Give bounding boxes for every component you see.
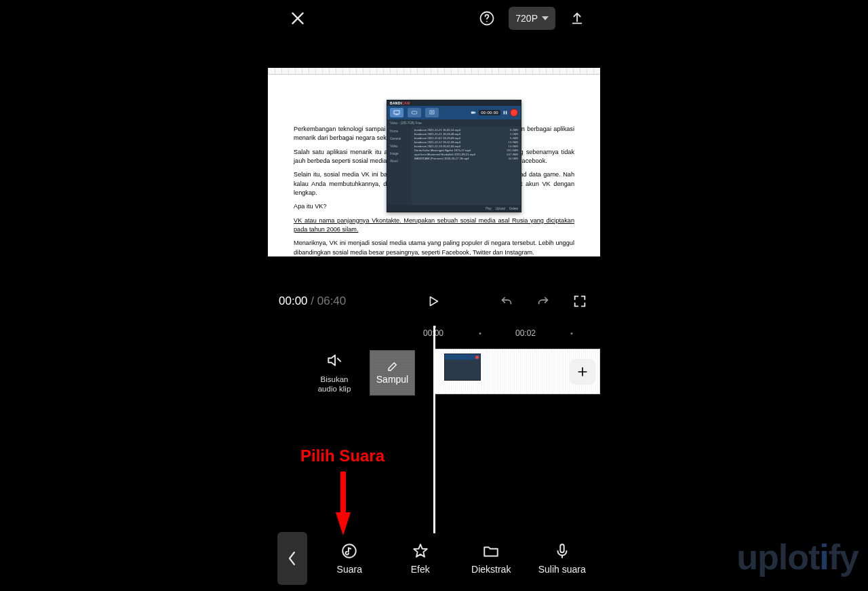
watermark: uplotify <box>736 537 859 577</box>
speaker-icon <box>326 351 343 369</box>
tool-label: Suara <box>337 564 362 575</box>
svg-point-10 <box>431 112 433 113</box>
mic-icon <box>553 542 571 560</box>
tool-label: Sulih suara <box>538 564 586 575</box>
annotation-text: Pilih Suara <box>300 446 384 465</box>
chevron-down-icon <box>542 16 549 20</box>
bandicam-camera-icon <box>471 110 476 116</box>
playhead[interactable] <box>433 326 435 533</box>
svg-rect-13 <box>504 111 505 114</box>
mute-label-line2: audio klip <box>318 385 351 393</box>
chevron-left-icon <box>287 550 298 567</box>
clip-thumbnail <box>444 354 481 381</box>
video-clip[interactable] <box>434 349 600 394</box>
svg-marker-16 <box>328 355 335 365</box>
add-clip-button[interactable] <box>570 359 595 385</box>
folder-icon <box>482 542 500 560</box>
export-icon[interactable] <box>568 9 587 28</box>
time-current: 00:00 <box>279 294 308 307</box>
bandicam-titlebar: BANDICAM <box>387 100 521 106</box>
svg-point-3 <box>486 21 488 22</box>
tool-label: Efek <box>411 564 430 575</box>
svg-marker-15 <box>430 297 437 306</box>
top-bar: 720P <box>268 0 600 37</box>
bandicam-record-button-icon <box>510 109 518 117</box>
resolution-selector[interactable]: 720P <box>509 7 555 30</box>
help-icon[interactable] <box>477 9 496 28</box>
bandicam-tab-device-icon <box>425 108 439 117</box>
bandicam-tab-game-icon <box>408 108 421 117</box>
bandicam-tab-screen-icon <box>390 108 403 117</box>
timeline-tick: 00:02 <box>515 328 536 338</box>
bandicam-toolbar: 00:00:00 <box>387 106 521 119</box>
svg-rect-8 <box>412 111 417 114</box>
tool-label: Diekstrak <box>471 564 511 575</box>
tool-efek[interactable]: Efek <box>388 542 453 575</box>
timeline[interactable]: 00:00 00:02 Bisukan audio klip <box>268 326 600 533</box>
music-note-icon <box>340 542 358 560</box>
tool-suara[interactable]: Suara <box>317 542 382 575</box>
bandicam-footer: Play Upload Delete <box>387 205 521 212</box>
svg-rect-11 <box>471 111 475 113</box>
svg-point-23 <box>343 544 357 558</box>
document-ruler <box>268 68 600 75</box>
bandicam-sidebar: Home General Video Image About <box>387 126 412 205</box>
timeline-tick-dot <box>479 332 481 335</box>
svg-marker-12 <box>475 111 476 113</box>
mute-audio-button[interactable]: Bisukan audio klip <box>307 351 361 394</box>
svg-rect-21 <box>340 472 346 515</box>
svg-rect-9 <box>430 111 434 114</box>
bottom-toolbar: Suara Efek Diekstrak <box>268 531 600 586</box>
bandicam-window: BANDICAM 00:00:00 <box>387 100 521 212</box>
edit-icon <box>387 360 399 373</box>
svg-rect-25 <box>560 544 564 552</box>
svg-rect-14 <box>506 111 507 114</box>
cover-thumbnail[interactable]: Sampul <box>370 350 415 396</box>
svg-rect-6 <box>394 111 399 114</box>
mute-label-line1: Bisukan <box>321 375 349 383</box>
bandicam-pause-icon <box>503 111 507 115</box>
playback-bar: 00:00 / 06:40 <box>268 289 600 313</box>
plus-icon <box>576 365 589 379</box>
video-editor-app: 720P Perkembangan teknologi sampai saat … <box>268 0 600 591</box>
close-icon[interactable] <box>288 9 307 28</box>
bandicam-subbar: Video - (285.7GB) Free <box>387 119 521 126</box>
fullscreen-button[interactable] <box>570 292 589 311</box>
resolution-label: 720P <box>515 13 538 24</box>
timecode: 00:00 / 06:40 <box>279 294 346 308</box>
back-button[interactable] <box>277 532 307 585</box>
bandicam-timer: 00:00:00 <box>479 110 500 115</box>
svg-line-17 <box>337 358 340 361</box>
video-preview[interactable]: Perkembangan teknologi sampai saat ini t… <box>268 68 600 256</box>
time-total: 06:40 <box>317 294 347 307</box>
bandicam-file-list: bandicam 2021-11-21 16-32-14.mp49.2MB ba… <box>412 126 521 205</box>
redo-button[interactable] <box>534 292 553 311</box>
cover-label: Sampul <box>376 374 408 385</box>
play-button[interactable] <box>424 292 443 311</box>
annotation-arrow-icon <box>336 472 351 535</box>
star-icon <box>412 542 429 560</box>
svg-marker-24 <box>414 544 427 556</box>
tool-diekstrak[interactable]: Diekstrak <box>458 542 524 575</box>
tool-sulih-suara[interactable]: Sulih suara <box>530 542 595 575</box>
timeline-tick-dot <box>571 332 573 335</box>
undo-button[interactable] <box>497 292 516 311</box>
